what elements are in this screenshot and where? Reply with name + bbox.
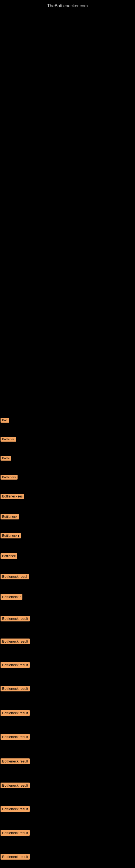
bottleneck-label-container-2: Bottlenec [1, 437, 16, 443]
bottleneck-label-container-6: Bottleneck [1, 514, 19, 521]
bottleneck-label-5[interactable]: Bottleneck res [1, 494, 24, 499]
bottleneck-label-7[interactable]: Bottleneck r [1, 533, 21, 538]
bottleneck-label-container-20: Bottleneck result [1, 830, 30, 837]
bottleneck-label-19[interactable]: Bottleneck result [1, 806, 30, 812]
bottleneck-label-8[interactable]: Bottlenec [1, 553, 17, 559]
bottleneck-label-4[interactable]: Bottleneck [1, 475, 17, 479]
bottleneck-label-10[interactable]: Bottleneck r [1, 594, 22, 600]
bottleneck-label-container-8: Bottlenec [1, 553, 17, 560]
bottleneck-label-container-16: Bottleneck result [1, 734, 30, 741]
bottleneck-label-container-19: Bottleneck result [1, 806, 30, 813]
bottleneck-label-container-14: Bottleneck result [1, 686, 30, 692]
bottleneck-label-container-3: Bottle [1, 456, 11, 462]
bottleneck-label-container-12: Bottleneck result [1, 639, 30, 645]
bottleneck-label-container-4: Bottleneck [1, 475, 17, 480]
bottleneck-label-12[interactable]: Bottleneck result [1, 639, 30, 644]
bottleneck-label-3[interactable]: Bottle [1, 456, 11, 461]
bottleneck-label-container-17: Bottleneck result [1, 758, 30, 765]
bottleneck-label-container-21: Bottleneck result [1, 854, 30, 861]
bottleneck-label-container-11: Bottleneck result [1, 616, 30, 622]
site-title: TheBottlenecker.com [0, 1, 135, 10]
bottleneck-label-17[interactable]: Bottleneck result [1, 758, 30, 764]
bottleneck-label-container-9: Bottleneck resul [1, 574, 29, 581]
bottleneck-label-container-10: Bottleneck r [1, 594, 22, 601]
bottleneck-label-16[interactable]: Bottleneck result [1, 734, 30, 740]
bottleneck-label-container-13: Bottleneck result [1, 662, 30, 669]
bottleneck-label-container-18: Bottleneck result [1, 782, 30, 789]
bottleneck-label-15[interactable]: Bottleneck result [1, 710, 30, 716]
bottleneck-label-13[interactable]: Bottleneck result [1, 662, 30, 668]
bottleneck-label-6[interactable]: Bottleneck [1, 514, 19, 520]
bottleneck-label-container-7: Bottleneck r [1, 533, 21, 539]
bottleneck-label-container-15: Bottleneck result [1, 710, 30, 717]
bottleneck-label-11[interactable]: Bottleneck result [1, 616, 30, 621]
bottleneck-label-2[interactable]: Bottlenec [1, 437, 16, 442]
bottleneck-label-container-1: Bott [1, 418, 9, 424]
bottleneck-label-container-5: Bottleneck res [1, 494, 24, 500]
bottleneck-label-9[interactable]: Bottleneck resul [1, 574, 29, 579]
bottleneck-label-14[interactable]: Bottleneck result [1, 686, 30, 691]
bottleneck-label-1[interactable]: Bott [1, 418, 9, 423]
bottleneck-label-20[interactable]: Bottleneck result [1, 830, 30, 836]
bottleneck-label-21[interactable]: Bottleneck result [1, 854, 30, 860]
bottleneck-label-18[interactable]: Bottleneck result [1, 782, 30, 788]
